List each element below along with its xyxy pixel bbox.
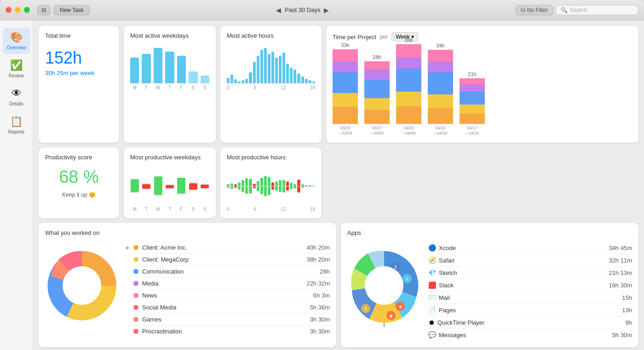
productive-weekdays-chart xyxy=(130,165,209,207)
main-content: 🎨 Overview ✅ Review 👁 Details 📋 Reports xyxy=(0,20,644,350)
tpp-stack-4 xyxy=(428,50,453,124)
minimize-button[interactable] xyxy=(15,7,21,13)
sidebar-item-reports-label: Reports xyxy=(8,129,24,134)
worked-on-donut xyxy=(45,242,119,329)
nav-period-group: ◀ Past 30 Days ▶ xyxy=(93,6,512,14)
most-active-weekdays-card: Most active weekdays M T W T xyxy=(124,26,216,143)
list-item: ▶ Games 3h 30m xyxy=(126,314,330,326)
weekday-labels: M T W T F S S xyxy=(130,85,209,90)
label-sat: S xyxy=(189,85,197,90)
label-mon: M xyxy=(130,85,139,90)
traffic-lights xyxy=(6,7,30,13)
filter-label: No Filter xyxy=(527,7,548,13)
reports-icon: 📋 xyxy=(10,116,23,128)
prod-hours-labels: 0 6 12 18 xyxy=(227,207,315,212)
tpp-bar-group-1: 33h 03/20– 03/26 xyxy=(333,42,358,136)
sidebar-item-review-label: Review xyxy=(9,73,24,78)
svg-text:⬆: ⬆ xyxy=(382,322,386,328)
list-item: ▶ Social Media 5h 36m xyxy=(126,302,330,314)
most-productive-hours-card: Most productive hours xyxy=(220,147,322,218)
search-placeholder: Search xyxy=(570,7,587,13)
nav-next-button[interactable]: ▶ xyxy=(324,6,329,14)
weekday-bar-sat xyxy=(189,71,197,83)
close-button[interactable] xyxy=(6,7,12,13)
svg-text:◉: ◉ xyxy=(389,314,393,318)
apps-list: 🔵Xcode 34h 45m 🧭Safari 32h 11m 💎Sketch 2… xyxy=(428,242,632,341)
list-item: ▶ News 6h 3m xyxy=(126,290,330,302)
dashboard: Total time 152h 30h 25m per week Most ac… xyxy=(33,20,644,350)
filter-icon: ⛁ xyxy=(521,7,525,13)
tpp-stack-2 xyxy=(364,61,390,124)
tpp-stack-3 xyxy=(396,44,421,124)
tpp-xlabel-4: 04/10– 04/16 xyxy=(433,126,447,136)
tpp-chart-area: 33h 03/20– 03/26 2 xyxy=(333,44,632,136)
maximize-button[interactable] xyxy=(24,7,30,13)
time-per-project-title: Time per Project xyxy=(333,34,376,41)
worked-on-content: ▶ Client: Acme Inc. 40h 20m ▶ xyxy=(45,242,330,337)
filter-group: ⛁ No Filter 🔍 Search xyxy=(516,5,638,15)
worked-on-card: What you worked on xyxy=(39,223,336,347)
tpp-bar-label-2: 28h xyxy=(373,54,381,60)
app-list-item: 🧭Safari 32h 11m xyxy=(428,254,632,267)
main-window: ⊟ New Task ◀ Past 30 Days ▶ ⛁ No Filter … xyxy=(0,0,644,350)
tpp-bar-group-2: 28h 03/27– 04/02 xyxy=(364,54,390,136)
nav-prev-button[interactable]: ◀ xyxy=(276,6,281,14)
svg-text:S: S xyxy=(406,277,408,281)
apps-donut: X S ◈ S ◉ xyxy=(347,242,421,329)
tpp-stack-1 xyxy=(333,49,358,124)
tpp-xlabel-1: 03/20– 03/26 xyxy=(338,126,352,136)
list-item: ▶ Media 22h 32m xyxy=(126,278,330,290)
label-wed: W xyxy=(154,85,162,90)
app-list-item: ✉️Mail 15h xyxy=(428,292,632,304)
label-fri: F xyxy=(177,85,186,90)
productivity-title: Productivity score xyxy=(45,154,113,161)
sidebar-toggle-button[interactable]: ⊟ xyxy=(37,5,50,15)
filter-button[interactable]: ⛁ No Filter xyxy=(516,5,553,15)
weekday-bar-fri xyxy=(177,56,186,83)
titlebar: ⊟ New Task ◀ Past 30 Days ▶ ⛁ No Filter … xyxy=(0,0,644,20)
productivity-value: 68 % xyxy=(45,167,113,187)
review-icon: ✅ xyxy=(10,59,23,71)
tpp-bar-group-3: 35h 04/03– 04/09 xyxy=(396,37,421,136)
new-task-button[interactable]: New Task xyxy=(54,5,90,15)
tpp-bar-label-5: 21h xyxy=(468,71,476,77)
app-list-item: 💬Messages 5h 30m xyxy=(428,329,632,341)
tpp-header: Time per Project per Week ▾ xyxy=(333,32,632,41)
weekday-bar-thu xyxy=(165,52,174,83)
label-12h: 12 xyxy=(281,85,286,90)
search-bar[interactable]: 🔍 Search xyxy=(556,5,638,15)
tpp-bar-group-4: 34h 04/10– 04/16 xyxy=(428,43,453,136)
tpp-xlabel-5: 04/17– 04/19 xyxy=(465,126,479,136)
total-time-title: Total time xyxy=(45,32,113,39)
weekday-bar-sun xyxy=(201,76,209,83)
sidebar-item-details[interactable]: 👁 Details xyxy=(3,84,30,110)
time-per-project-card: Time per Project per Week ▾ 33h xyxy=(326,26,638,143)
tpp-stack-5 xyxy=(460,78,485,124)
apps-card: Apps xyxy=(341,223,638,347)
svg-text:◈: ◈ xyxy=(399,304,402,309)
label-0h: 0 xyxy=(227,85,230,90)
worked-on-title: What you worked on xyxy=(45,229,330,236)
app-list-item: 🟥Slack 16h 30m xyxy=(428,279,632,292)
app-list-item: 📄Pages 13h xyxy=(428,304,632,316)
sidebar-item-reports[interactable]: 📋 Reports xyxy=(3,112,30,138)
label-thu: T xyxy=(165,85,174,90)
tpp-per-label: per xyxy=(380,34,388,40)
tpp-bar-label-1: 33h xyxy=(341,42,349,48)
active-weekdays-chart xyxy=(130,44,209,85)
sidebar-item-overview[interactable]: 🎨 Overview xyxy=(3,28,30,54)
label-18h: 18 xyxy=(310,85,315,90)
svg-point-0 xyxy=(63,266,101,305)
total-time-value: 152h xyxy=(45,48,113,68)
list-item: ▶ Communication 28h xyxy=(126,266,330,278)
sidebar: 🎨 Overview ✅ Review 👁 Details 📋 Reports xyxy=(0,20,33,350)
weekday-bar-mon xyxy=(130,58,139,83)
tpp-xlabel-2: 03/27– 04/02 xyxy=(370,126,384,136)
most-productive-weekdays-title: Most productive weekdays xyxy=(130,154,209,161)
sidebar-item-review[interactable]: ✅ Review xyxy=(3,56,30,82)
sidebar-item-overview-label: Overview xyxy=(7,45,26,50)
svg-point-11 xyxy=(365,266,403,305)
worked-on-list: ▶ Client: Acme Inc. 40h 20m ▶ xyxy=(126,242,330,337)
apps-content: X S ◈ S ◉ xyxy=(347,242,632,341)
svg-text:X: X xyxy=(394,265,397,270)
